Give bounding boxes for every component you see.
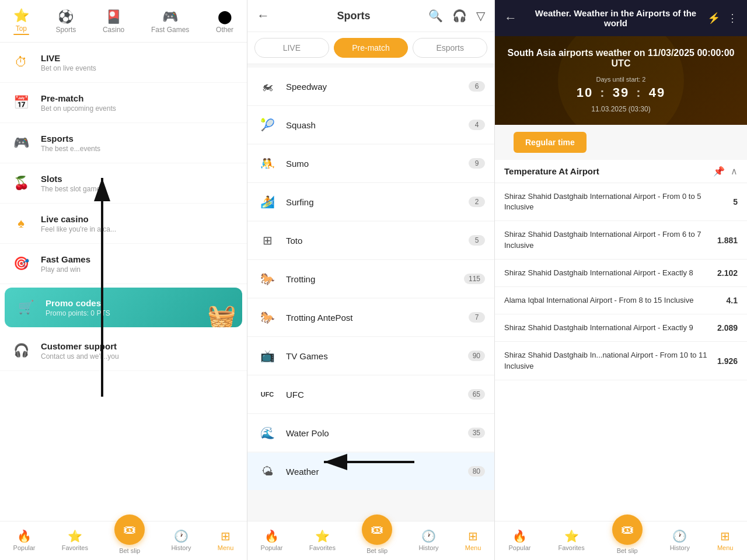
right-menu-icon: ⊞: [720, 529, 730, 543]
nav-live[interactable]: ⏱ LIVE Bet on live events: [0, 43, 247, 83]
nav-prematch[interactable]: 📅 Pre-match Bet on upcoming events: [0, 83, 247, 123]
filter-icon[interactable]: ▽: [476, 9, 485, 23]
nav-live-casino[interactable]: ♠ Live casino Feel like you're in a ca..…: [0, 204, 247, 244]
bet-row-5[interactable]: Shiraz Shahid Dastghaib In...national Ai…: [495, 342, 747, 380]
pin-icon[interactable]: 📌: [713, 166, 725, 177]
mid-panel: ← Sports 🔍 🎧 ▽ LIVE Pre-match Esports 🏍: [247, 0, 495, 560]
bet-row-0[interactable]: Shiraz Shahid Dastghaib International Ai…: [495, 183, 747, 221]
left-bar-betslip[interactable]: 🎟 Bet slip: [114, 526, 145, 554]
left-panel: ⭐ Top ⚽ Sports 🎴 Casino 🎮 Fast Games ⬤ O…: [0, 0, 247, 560]
live-casino-icon: ♠: [9, 212, 33, 235]
tab-other[interactable]: ⬤ Other: [209, 7, 240, 36]
section-title: Temperature At Airport: [504, 166, 713, 176]
right-bar-menu[interactable]: ⊞ Menu: [717, 529, 734, 551]
ufc-icon: UFC: [257, 384, 278, 405]
nav-esports[interactable]: 🎮 Esports The best e...events: [0, 123, 247, 163]
sport-trotting[interactable]: 🐎 Trotting 115: [247, 260, 494, 298]
prematch-icon: 📅: [9, 91, 33, 114]
trotting-icon: 🐎: [257, 268, 278, 289]
water-polo-icon: 🌊: [257, 422, 278, 443]
left-bar-menu[interactable]: ⊞ Menu: [218, 529, 234, 551]
casino-icon: 🎴: [106, 9, 121, 24]
sports-header: ← Sports 🔍 🎧 ▽: [247, 0, 494, 32]
countdown-minutes: 39: [613, 85, 629, 100]
other-icon: ⬤: [218, 9, 232, 24]
sport-toto[interactable]: ⊞ Toto 5: [247, 222, 494, 259]
nav-slots[interactable]: 🍒 Slots The best slot game: [0, 163, 247, 204]
sport-speedway[interactable]: 🏍 Speedway 6: [247, 68, 494, 105]
promo-icon: 🛒: [14, 296, 37, 319]
sport-weather[interactable]: 🌤 Weather 80: [247, 453, 494, 490]
mid-bar-betslip[interactable]: 🎟 Bet slip: [362, 526, 392, 554]
bet-row-4[interactable]: Shiraz Shahid Dastghaib International Ai…: [495, 314, 747, 342]
right-bar-history[interactable]: 🕐 History: [670, 529, 690, 551]
mid-bar-favorites[interactable]: ⭐ Favorites: [309, 529, 336, 551]
right-history-icon: 🕐: [672, 529, 687, 543]
weather-icon: 🌤: [257, 461, 278, 482]
betslip-fab[interactable]: 🎟: [114, 514, 145, 545]
sport-trotting-ante[interactable]: 🐎 Trotting AntePost 7: [247, 299, 494, 336]
nav-promo[interactable]: 🛒 Promo codes Promo points: 0 PTS 🧺: [5, 288, 242, 327]
popular-icon: 🔥: [17, 529, 32, 543]
filter-live[interactable]: LIVE: [254, 38, 329, 58]
mid-back-button[interactable]: ←: [257, 8, 270, 23]
filter-prematch[interactable]: Pre-match: [334, 38, 409, 58]
mid-betslip-fab[interactable]: 🎟: [362, 514, 392, 545]
mid-history-icon: 🕐: [421, 529, 436, 543]
mid-menu-icon: ⊞: [468, 529, 478, 543]
sport-ufc[interactable]: UFC UFC 65: [247, 376, 494, 413]
search-icon[interactable]: 🔍: [428, 9, 443, 23]
collapse-icon[interactable]: ∧: [731, 166, 738, 177]
countdown: Days until start: 2 10 : 39 : 49: [504, 76, 738, 100]
sport-squash[interactable]: 🎾 Squash 4: [247, 106, 494, 144]
mid-bar-popular[interactable]: 🔥 Popular: [261, 529, 283, 551]
favorites-icon: ⭐: [68, 529, 82, 543]
filter-tabs: LIVE Pre-match Esports: [247, 32, 494, 64]
support-icon: 🎧: [9, 339, 33, 362]
tab-top[interactable]: ⭐ Top: [6, 6, 36, 37]
tv-games-icon: 📺: [257, 345, 278, 366]
top-icon: ⭐: [13, 8, 29, 23]
weather-header-title: Weather. Weather in the Airports of the …: [524, 8, 707, 28]
left-bar-popular[interactable]: 🔥 Popular: [13, 529, 36, 551]
squash-icon: 🎾: [257, 114, 278, 135]
nav-fast-games[interactable]: 🎯 Fast Games Play and win: [0, 244, 247, 284]
tab-fast-games[interactable]: 🎮 Fast Games: [144, 7, 196, 36]
mid-bar-menu[interactable]: ⊞ Menu: [465, 529, 481, 551]
audio-icon[interactable]: 🎧: [452, 9, 467, 23]
sport-surfing[interactable]: 🏄 Surfing 2: [247, 183, 494, 220]
trotting-ante-icon: 🐎: [257, 307, 278, 328]
lightning-icon[interactable]: ⚡: [707, 12, 720, 24]
more-options-icon[interactable]: ⋮: [727, 12, 738, 24]
right-bar-favorites[interactable]: ⭐ Favorites: [558, 529, 584, 551]
weather-event-card: South Asia airports weather on 11/03/202…: [495, 36, 747, 125]
filter-esports[interactable]: Esports: [413, 38, 487, 58]
sport-sumo[interactable]: 🤼 Sumo 9: [247, 145, 494, 182]
tab-sports[interactable]: ⚽ Sports: [49, 7, 83, 36]
right-bar-popular[interactable]: 🔥 Popular: [509, 529, 531, 551]
mid-bottom-bar: 🔥 Popular ⭐ Favorites 🎟 Bet slip 🕐 Histo…: [247, 521, 494, 560]
bet-row-3[interactable]: Alama Iqbal International Airport - From…: [495, 287, 747, 314]
history-icon: 🕐: [174, 529, 189, 543]
top-tabs: ⭐ Top ⚽ Sports 🎴 Casino 🎮 Fast Games ⬤ O…: [0, 0, 247, 43]
section-header: Temperature At Airport 📌 ∧: [495, 160, 747, 183]
esports-icon: 🎮: [9, 131, 33, 155]
right-back-button[interactable]: ←: [504, 10, 517, 26]
regular-time-button[interactable]: Regular time: [514, 132, 587, 153]
bet-row-2[interactable]: Shiraz Shahid Dastghaib International Ai…: [495, 260, 747, 287]
sport-water-polo[interactable]: 🌊 Water Polo 35: [247, 414, 494, 452]
sports-list: 🏍 Speedway 6 🎾 Squash 4 🤼 Sumo 9 🏄 Surfi…: [247, 64, 494, 521]
live-icon: ⏱: [9, 51, 33, 74]
left-bar-favorites[interactable]: ⭐ Favorites: [62, 529, 88, 551]
sport-tv-games[interactable]: 📺 TV Games 90: [247, 337, 494, 374]
slots-icon: 🍒: [9, 172, 33, 195]
countdown-seconds: 49: [649, 85, 665, 100]
left-bar-history[interactable]: 🕐 History: [171, 529, 191, 551]
tab-casino[interactable]: 🎴 Casino: [96, 7, 131, 36]
right-bar-betslip[interactable]: 🎟 Bet slip: [612, 526, 643, 554]
mid-bar-history[interactable]: 🕐 History: [418, 529, 438, 551]
nav-support[interactable]: 🎧 Customer support Contact us and we'l..…: [0, 331, 247, 371]
betting-list: Shiraz Shahid Dastghaib International Ai…: [495, 183, 747, 521]
right-betslip-fab[interactable]: 🎟: [612, 514, 643, 545]
bet-row-1[interactable]: Shiraz Shahid Dastghaib International Ai…: [495, 221, 747, 259]
